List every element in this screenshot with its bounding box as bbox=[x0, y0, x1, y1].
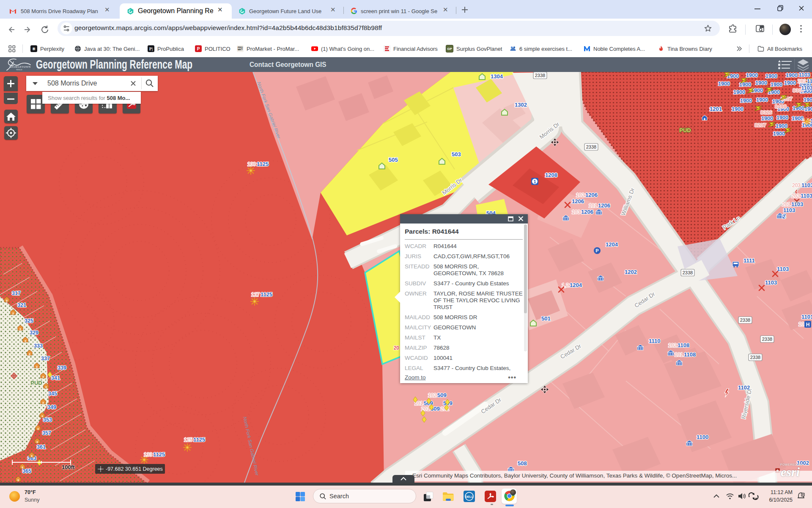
svg-text:1900: 1900 bbox=[776, 115, 788, 121]
svg-text:1900: 1900 bbox=[733, 89, 745, 95]
svg-text:101: 101 bbox=[589, 203, 597, 209]
svg-text:1900: 1900 bbox=[804, 97, 812, 103]
svg-text:102: 102 bbox=[576, 192, 584, 198]
svg-text:1125: 1125 bbox=[153, 451, 165, 458]
svg-text:337: 337 bbox=[41, 356, 50, 362]
svg-text:1125: 1125 bbox=[261, 291, 272, 298]
svg-text:1110: 1110 bbox=[649, 338, 661, 344]
svg-text:2338: 2338 bbox=[586, 144, 596, 149]
svg-text:1900: 1900 bbox=[784, 80, 796, 86]
svg-text:1206: 1206 bbox=[581, 209, 593, 215]
svg-text:353: 353 bbox=[43, 417, 52, 423]
svg-text:1900: 1900 bbox=[755, 80, 767, 86]
svg-text:20: 20 bbox=[394, 345, 400, 351]
svg-text:1103: 1103 bbox=[801, 193, 812, 199]
svg-text:1204: 1204 bbox=[606, 241, 618, 248]
svg-text:8207: 8207 bbox=[754, 122, 766, 128]
svg-text:8498: 8498 bbox=[775, 104, 787, 110]
svg-text:345: 345 bbox=[48, 391, 57, 397]
svg-text:1302: 1302 bbox=[515, 102, 527, 108]
svg-text:1900: 1900 bbox=[786, 72, 798, 78]
svg-text:1202: 1202 bbox=[625, 269, 637, 275]
svg-text:1201: 1201 bbox=[710, 106, 722, 112]
svg-text:1204: 1204 bbox=[570, 282, 582, 288]
svg-text:2338: 2338 bbox=[750, 355, 760, 360]
svg-text:1900: 1900 bbox=[776, 123, 787, 129]
svg-text:202: 202 bbox=[798, 78, 806, 84]
svg-text:1900: 1900 bbox=[740, 98, 752, 104]
svg-text:341: 341 bbox=[51, 375, 60, 381]
svg-text:339: 339 bbox=[58, 365, 66, 371]
svg-text:127: 127 bbox=[251, 292, 260, 298]
svg-text:1103: 1103 bbox=[783, 207, 795, 213]
svg-text:GEORGETOWN: GEORGETOWN bbox=[9, 65, 31, 68]
svg-text:509: 509 bbox=[437, 392, 447, 398]
svg-text:505: 505 bbox=[389, 157, 398, 163]
svg-text:1111: 1111 bbox=[743, 257, 755, 264]
svg-text:1900: 1900 bbox=[771, 82, 782, 88]
svg-text:1900: 1900 bbox=[718, 81, 730, 87]
svg-text:1101: 1101 bbox=[801, 314, 812, 320]
svg-text:1900: 1900 bbox=[756, 97, 768, 103]
svg-text:1103: 1103 bbox=[798, 72, 810, 78]
svg-text:1125: 1125 bbox=[193, 436, 205, 443]
svg-text:333: 333 bbox=[34, 343, 43, 349]
svg-text:H: H bbox=[806, 322, 810, 328]
svg-text:1103: 1103 bbox=[777, 266, 789, 272]
svg-text:1103: 1103 bbox=[810, 118, 812, 124]
svg-text:2338: 2338 bbox=[740, 318, 750, 323]
svg-text:1900: 1900 bbox=[792, 116, 804, 121]
svg-text:P: P bbox=[595, 248, 598, 253]
svg-text:1900: 1900 bbox=[761, 116, 773, 121]
svg-text:203: 203 bbox=[792, 182, 801, 188]
svg-text:2338: 2338 bbox=[535, 73, 545, 78]
svg-text:1900: 1900 bbox=[727, 73, 739, 79]
svg-text:1: 1 bbox=[533, 179, 536, 184]
svg-text:1102: 1102 bbox=[738, 384, 750, 391]
svg-text:1103: 1103 bbox=[801, 85, 812, 91]
svg-text:1100: 1100 bbox=[697, 434, 708, 440]
svg-text:8326: 8326 bbox=[760, 110, 772, 116]
svg-text:1208: 1208 bbox=[545, 172, 557, 178]
svg-text:102: 102 bbox=[668, 342, 677, 348]
svg-text:1108: 1108 bbox=[684, 351, 696, 358]
svg-text:361: 361 bbox=[37, 444, 46, 450]
svg-text:103: 103 bbox=[572, 209, 580, 215]
svg-text:501: 501 bbox=[541, 315, 551, 322]
svg-text:1304: 1304 bbox=[491, 73, 503, 80]
svg-text:201: 201 bbox=[782, 202, 790, 207]
svg-text:1900: 1900 bbox=[765, 73, 777, 79]
svg-text:101: 101 bbox=[675, 352, 683, 358]
svg-text:1108: 1108 bbox=[678, 342, 689, 348]
svg-text:1900: 1900 bbox=[732, 106, 743, 112]
svg-text:1206: 1206 bbox=[598, 202, 610, 209]
svg-text:325: 325 bbox=[25, 318, 33, 324]
svg-text:1125: 1125 bbox=[257, 161, 269, 167]
svg-text:130: 130 bbox=[247, 161, 256, 167]
svg-text:1103: 1103 bbox=[765, 279, 777, 286]
svg-text:2338: 2338 bbox=[683, 270, 693, 275]
svg-text:1103: 1103 bbox=[801, 182, 812, 188]
svg-text:102: 102 bbox=[428, 392, 436, 398]
svg-text:349: 349 bbox=[47, 404, 56, 410]
svg-text:317: 317 bbox=[12, 290, 21, 296]
svg-text:1900: 1900 bbox=[773, 131, 785, 137]
svg-text:PUD: PUD bbox=[30, 380, 42, 386]
svg-text:133: 133 bbox=[144, 452, 152, 458]
svg-text:125: 125 bbox=[184, 437, 192, 443]
svg-text:DELL: DELL bbox=[465, 495, 474, 499]
svg-text:PUD: PUD bbox=[679, 127, 691, 133]
svg-text:508: 508 bbox=[518, 460, 527, 467]
svg-text:365: 365 bbox=[22, 468, 31, 474]
svg-text:TEXAS: TEXAS bbox=[16, 69, 22, 71]
svg-text:321: 321 bbox=[17, 302, 26, 308]
svg-text:1103: 1103 bbox=[807, 78, 812, 84]
svg-text:357: 357 bbox=[42, 430, 51, 436]
svg-text:1206: 1206 bbox=[585, 192, 598, 198]
svg-text:503: 503 bbox=[452, 151, 461, 157]
svg-text:1206: 1206 bbox=[572, 198, 584, 204]
svg-text:329: 329 bbox=[30, 330, 38, 336]
svg-text:2: 2 bbox=[782, 214, 785, 220]
svg-text:2338: 2338 bbox=[762, 337, 772, 342]
svg-text:1900: 1900 bbox=[746, 72, 758, 78]
